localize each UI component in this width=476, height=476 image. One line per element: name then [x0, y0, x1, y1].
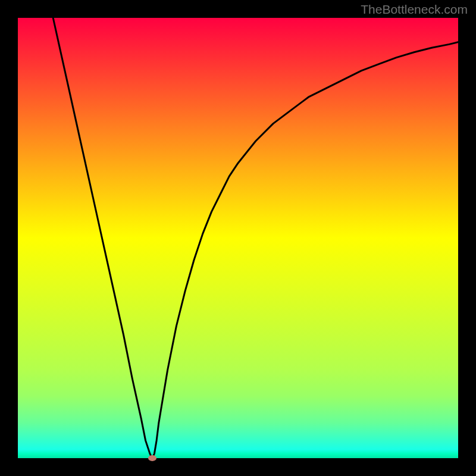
optimal-point-marker: [148, 455, 156, 461]
chart-container: TheBottleneck.com: [0, 0, 476, 476]
watermark-text: TheBottleneck.com: [361, 2, 468, 17]
bottleneck-curve-svg: [18, 18, 458, 458]
bottleneck-curve-path: [53, 18, 458, 458]
plot-area: [18, 18, 458, 458]
